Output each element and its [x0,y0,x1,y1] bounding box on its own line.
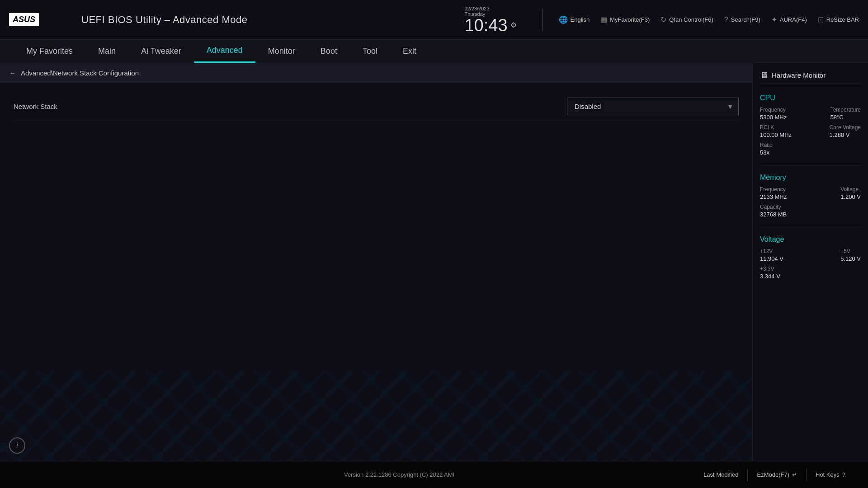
cpu-core-voltage-label: Core Voltage [830,124,861,131]
mem-freq-voltage-row: Frequency 2133 MHz Voltage 1.200 V [760,186,861,200]
nav-menu: My Favorites Main Ai Tweaker Advanced Mo… [0,40,868,63]
cpu-bclk-value: 100.00 MHz [760,131,792,138]
myfavorite-icon: ▦ [600,15,607,24]
network-stack-select[interactable]: Disabled Enabled [567,98,739,115]
voltage-12-5-row: +12V 11.904 V +5V 5.120 V [760,248,861,262]
breadcrumb: Advanced\Network Stack Configuration [21,69,139,77]
cpu-temperature-value: 58°C [830,114,861,121]
cpu-bclk-label: BCLK [760,124,792,131]
ez-mode-button[interactable]: EzMode(F7) ↵ [747,469,806,481]
mem-voltage-item: Voltage 1.200 V [840,186,861,200]
back-button[interactable]: ← [9,69,16,77]
nav-item-tool[interactable]: Tool [350,39,390,63]
mem-frequency-value: 2133 MHz [760,193,787,200]
mem-capacity-row: Capacity 32768 MB [760,204,861,218]
cpu-divider [760,165,861,165]
cpu-ratio-value: 53x [760,149,773,156]
mem-capacity-value: 32768 MB [760,211,787,218]
cpu-frequency-label: Frequency [760,107,787,113]
network-stack-row: Network Stack Disabled Enabled ▼ [14,92,739,121]
asus-logo: ASUS [9,13,72,26]
top-bar: ASUS UEFI BIOS Utility – Advanced Mode 0… [0,0,868,40]
cpu-frequency-item: Frequency 5300 MHz [760,107,787,121]
hw-monitor-title: Hardware Monitor [772,71,826,79]
cpu-freq-temp-row: Frequency 5300 MHz Temperature 58°C [760,107,861,121]
cpu-frequency-value: 5300 MHz [760,114,787,121]
v12-value: 11.904 V [760,255,783,262]
cpu-temperature-item: Temperature 58°C [830,107,861,121]
cpu-core-voltage-item: Core Voltage 1.288 V [830,124,861,138]
mem-voltage-label: Voltage [840,186,861,192]
v5-label: +5V [840,248,861,254]
v5-value: 5.120 V [840,255,861,262]
bios-title: UEFI BIOS Utility – Advanced Mode [81,14,455,26]
cpu-section-title: CPU [760,94,861,102]
hot-keys-icon: ? [842,471,845,478]
breadcrumb-bar: ← Advanced\Network Stack Configuration [0,63,752,83]
nav-item-main[interactable]: Main [85,39,128,63]
cpu-ratio-label: Ratio [760,142,773,148]
bottom-right-buttons: Last Modified EzMode(F7) ↵ Hot Keys ? [694,469,854,481]
aura-icon: ✦ [771,15,777,24]
last-modified-button[interactable]: Last Modified [694,469,747,481]
hardware-monitor-panel: 🖥 Hardware Monitor CPU Frequency 5300 MH… [752,63,868,461]
v5-item: +5V 5.120 V [840,248,861,262]
mem-capacity-item: Capacity 32768 MB [760,204,787,218]
v33-label: +3.3V [760,266,780,272]
settings-content: Network Stack Disabled Enabled ▼ [0,83,752,430]
search-button[interactable]: ? Search(F9) [724,16,760,24]
mem-frequency-label: Frequency [760,186,787,192]
resize-icon: ⊡ [818,15,824,24]
date-text: 02/23/2023 Thursday [464,6,489,17]
language-selector[interactable]: 🌐 English [559,15,590,24]
toolbar-items: 🌐 English ▦ MyFavorite(F3) ↻ Qfan Contro… [559,15,859,24]
qfan-button[interactable]: ↻ Qfan Control(F6) [660,15,713,24]
v12-item: +12V 11.904 V [760,248,783,262]
divider [542,9,542,31]
last-modified-label: Last Modified [703,471,738,478]
mem-voltage-value: 1.200 V [840,193,861,200]
ez-mode-icon: ↵ [792,471,797,478]
content-area: ← Advanced\Network Stack Configuration N… [0,63,752,461]
monitor-icon: 🖥 [760,70,768,80]
memory-divider [760,227,861,227]
resize-bar-button[interactable]: ⊡ ReSize BAR [818,15,859,24]
nav-item-monitor[interactable]: Monitor [255,39,308,63]
language-icon: 🌐 [559,15,568,24]
cpu-ratio-item: Ratio 53x [760,142,773,156]
datetime-section: 02/23/2023 Thursday 10:43 ⚙ [464,6,516,34]
info-button[interactable]: i [9,437,25,454]
version-text: Version 2.22.1286 Copyright (C) 2022 AMI [344,471,454,478]
mem-frequency-item: Frequency 2133 MHz [760,186,787,200]
network-stack-control[interactable]: Disabled Enabled ▼ [567,98,739,115]
info-icon-area: i [0,430,752,461]
nav-item-exit[interactable]: Exit [390,39,429,63]
search-icon: ? [724,16,728,24]
mem-capacity-label: Capacity [760,204,787,210]
v12-label: +12V [760,248,783,254]
qfan-icon: ↻ [660,15,666,24]
v33-value: 3.344 V [760,273,780,280]
settings-clock-icon[interactable]: ⚙ [510,22,517,29]
cpu-bclk-item: BCLK 100.00 MHz [760,124,792,138]
nav-item-my-favorites[interactable]: My Favorites [14,39,85,63]
hot-keys-label: Hot Keys [816,471,840,478]
voltage-section-title: Voltage [760,235,861,244]
cpu-core-voltage-value: 1.288 V [830,131,861,138]
asus-logo-icon: ASUS [9,13,39,26]
aura-button[interactable]: ✦ AURA(F4) [771,15,807,24]
time-display: 10:43 ⚙ [464,17,516,34]
myfavorite-button[interactable]: ▦ MyFavorite(F3) [600,15,650,24]
nav-item-advanced[interactable]: Advanced [194,39,255,63]
nav-item-boot[interactable]: Boot [308,39,350,63]
cpu-bclk-voltage-row: BCLK 100.00 MHz Core Voltage 1.288 V [760,124,861,138]
voltage-33-row: +3.3V 3.344 V [760,266,861,280]
network-stack-label: Network Stack [14,103,567,110]
memory-section-title: Memory [760,174,861,182]
main-layout: ← Advanced\Network Stack Configuration N… [0,63,868,461]
hw-monitor-header: 🖥 Hardware Monitor [760,70,861,84]
hot-keys-button[interactable]: Hot Keys ? [806,469,854,481]
ez-mode-label: EzMode(F7) [757,471,789,478]
nav-item-ai-tweaker[interactable]: Ai Tweaker [128,39,194,63]
cpu-ratio-row: Ratio 53x [760,142,861,156]
